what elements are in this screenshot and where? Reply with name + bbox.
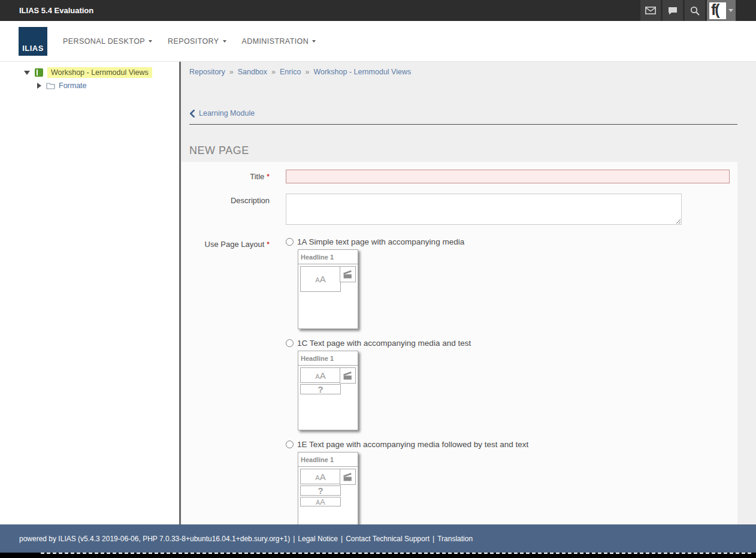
layout-preview-1c: Headline 1 AA ? — [298, 351, 358, 430]
layout-option-label: 1C Text page with accompanying media and… — [297, 339, 471, 348]
layout-option-label: 1A Simple text page with accompanying me… — [297, 237, 464, 246]
search-icon — [690, 6, 700, 16]
breadcrumb-repository[interactable]: Repository — [189, 68, 225, 76]
footer: powered by ILIAS (v5.4.3 2019-06-06, PHP… — [0, 524, 756, 553]
chevron-down-icon — [728, 9, 733, 12]
thumb-headline: Headline 1 — [298, 351, 358, 366]
thumb-body: AA — [298, 264, 358, 328]
thumb-headline: Headline 1 — [298, 453, 358, 467]
tree-item-workshop[interactable]: Workshop - Lernmodul Views — [0, 66, 179, 79]
learning-module-icon — [35, 68, 43, 77]
media-block-icon — [340, 367, 356, 384]
layout-option-1a: 1A Simple text page with accompanying me… — [286, 237, 730, 329]
layout-option-label: 1E Text page with accompanying media fol… — [297, 440, 528, 449]
breadcrumb-enrico[interactable]: Enrico — [280, 68, 301, 76]
breadcrumb-separator: » — [305, 68, 309, 76]
footer-separator: | — [293, 535, 295, 543]
back-to-learning-module-link[interactable]: Learning Module — [199, 109, 255, 117]
main-panel: Repository»Sandbox»Enrico»Workshop - Ler… — [181, 62, 756, 524]
mail-icon — [645, 7, 656, 14]
required-asterisk: * — [267, 240, 270, 249]
expander-expanded-icon[interactable] — [24, 71, 30, 75]
layout-preview-1e: Headline 1 AA ? AA — [298, 452, 358, 524]
description-textarea[interactable] — [286, 194, 682, 225]
question-block-icon: ? — [300, 384, 341, 394]
thumb-headline: Headline 1 — [298, 250, 358, 264]
expander-collapsed-icon[interactable] — [37, 83, 41, 89]
footer-link-contact-support[interactable]: Contact Technical Support — [346, 535, 430, 543]
thumb-body: AA ? AA — [298, 467, 358, 524]
text-block-icon: AA — [300, 469, 341, 484]
title-label-text: Title — [250, 172, 264, 181]
top-bar: ILIAS 5.4 Evaluation f( — [0, 0, 756, 21]
repository-tree: Workshop - Lernmodul Views Formate — [0, 62, 179, 524]
folder-icon — [46, 82, 55, 89]
layout-option-1e-choice[interactable]: 1E Text page with accompanying media fol… — [286, 440, 730, 449]
description-row: Description — [182, 194, 737, 227]
search-button[interactable] — [685, 0, 705, 21]
chevron-down-icon — [223, 40, 226, 43]
media-block-icon — [340, 266, 356, 282]
back-link-row: Learning Module — [189, 109, 737, 125]
app-title: ILIAS 5.4 Evaluation — [19, 6, 93, 15]
layout-option-1a-choice[interactable]: 1A Simple text page with accompanying me… — [286, 237, 730, 246]
ilias-logo[interactable]: ILIAS — [19, 27, 47, 56]
page-layout-label: Use Page Layout * — [182, 237, 270, 524]
nav-label: REPOSITORY — [168, 37, 219, 46]
footer-link-legal-notice[interactable]: Legal Notice — [298, 535, 338, 543]
footer-powered-by: powered by ILIAS (v5.4.3 2019-06-06, PHP… — [19, 535, 290, 543]
title-input[interactable] — [286, 170, 730, 183]
description-label: Description — [182, 194, 270, 227]
layout-radio-1c[interactable] — [286, 339, 294, 347]
tree-item-formate[interactable]: Formate — [0, 79, 179, 92]
main-nav: ILIAS PERSONAL DESKTOP REPOSITORY ADMINI… — [0, 21, 756, 62]
user-menu-button[interactable]: f( — [707, 0, 736, 21]
page-title: NEW PAGE — [189, 144, 737, 157]
tree-item-label[interactable]: Formate — [59, 82, 87, 90]
breadcrumb: Repository»Sandbox»Enrico»Workshop - Ler… — [189, 68, 737, 76]
question-block-icon: ? — [300, 485, 341, 496]
topbar-actions: f( — [639, 0, 736, 21]
avatar: f( — [709, 2, 726, 19]
media-block-icon — [340, 469, 356, 485]
breadcrumb-sandbox[interactable]: Sandbox — [238, 68, 267, 76]
chat-button[interactable] — [663, 0, 683, 21]
footer-separator: | — [433, 535, 434, 543]
footer-separator: | — [341, 535, 343, 543]
chevron-down-icon — [312, 40, 316, 43]
chat-icon — [668, 7, 678, 15]
mail-button[interactable] — [640, 0, 661, 21]
layout-radio-1e[interactable] — [286, 441, 294, 448]
layout-option-1c-choice[interactable]: 1C Text page with accompanying media and… — [286, 339, 730, 348]
page-layout-row: Use Page Layout * 1A Simple text page wi… — [182, 237, 737, 524]
layout-option-1e: 1E Text page with accompanying media fol… — [286, 440, 730, 524]
nav-administration[interactable]: ADMINISTRATION — [242, 37, 316, 46]
thumb-body: AA ? — [298, 366, 358, 430]
layout-radio-1a[interactable] — [286, 238, 294, 246]
chevron-down-icon — [149, 40, 152, 43]
nav-personal-desktop[interactable]: PERSONAL DESKTOP — [63, 37, 152, 46]
text-block-icon: AA — [300, 497, 341, 506]
required-asterisk: * — [267, 172, 270, 181]
title-label: Title * — [182, 170, 270, 183]
layout-preview-1a: Headline 1 AA — [298, 249, 358, 329]
footer-link-translation[interactable]: Translation — [437, 535, 473, 543]
nav-label: PERSONAL DESKTOP — [63, 37, 145, 46]
title-row: Title * — [182, 170, 737, 183]
breadcrumb-separator: » — [271, 68, 276, 76]
new-page-form: Title * Description Use Page Layout * — [182, 162, 737, 524]
page-layout-label-text: Use Page Layout — [205, 240, 265, 249]
content-area: Workshop - Lernmodul Views Formate Repos… — [0, 62, 756, 524]
breadcrumb-separator: » — [229, 68, 234, 76]
nav-repository[interactable]: REPOSITORY — [168, 37, 226, 46]
window-bottom-edge — [0, 553, 756, 558]
layout-option-1c: 1C Text page with accompanying media and… — [286, 339, 730, 430]
breadcrumb-workshop[interactable]: Workshop - Lernmodul Views — [313, 68, 411, 76]
text-block-icon: AA — [300, 266, 341, 292]
chevron-left-icon — [189, 110, 195, 117]
nav-label: ADMINISTRATION — [242, 37, 309, 46]
text-block-icon: AA — [300, 367, 341, 383]
tree-item-label-current[interactable]: Workshop - Lernmodul Views — [47, 67, 152, 78]
